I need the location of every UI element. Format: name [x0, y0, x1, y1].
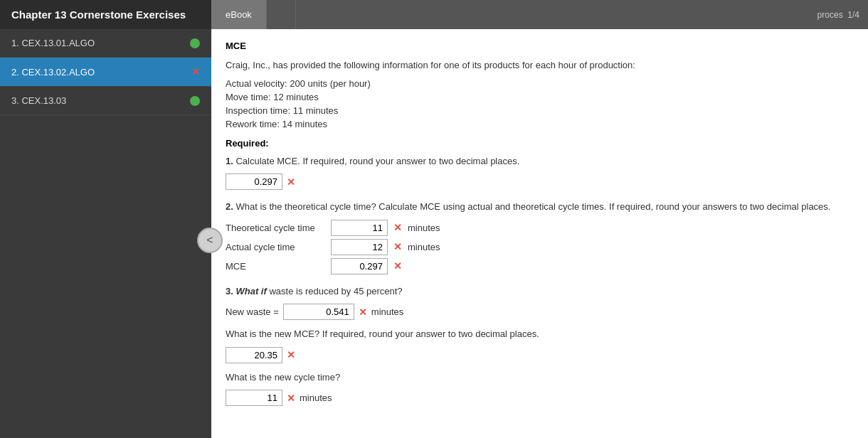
new-waste-row: New waste = ✕ minutes	[226, 304, 854, 320]
data-line-0: Actual velocity: 200 units (per hour)	[226, 78, 854, 89]
new-waste-input[interactable]	[283, 304, 354, 320]
status-x-2: ✕	[191, 66, 200, 78]
new-mce-x[interactable]: ✕	[287, 349, 295, 360]
actual-label: Actual cycle time	[226, 242, 325, 252]
theoretical-x[interactable]: ✕	[393, 222, 402, 233]
actual-input[interactable]	[331, 239, 388, 255]
mce-x[interactable]: ✕	[393, 260, 402, 272]
data-line-2: Inspection time: 11 minutes	[226, 105, 854, 116]
sidebar-item-cex1301[interactable]: 1. CEX.13.01.ALGO	[0, 29, 211, 58]
data-line-1: Move time: 12 minutes	[226, 92, 854, 102]
theoretical-label: Theoretical cycle time	[226, 223, 325, 233]
required-label: Required:	[226, 138, 854, 149]
question-1-block: 1. Calculate MCE. If required, round you…	[226, 154, 854, 191]
question-3-text: 3. What if waste is reduced by 45 percen…	[226, 284, 854, 299]
theoretical-input[interactable]	[331, 220, 388, 236]
theoretical-unit: minutes	[408, 223, 440, 233]
intro-text: Craig, Inc., has provided the following …	[226, 58, 854, 73]
q1-text-content: Calculate MCE. If required, round your a…	[235, 156, 519, 166]
sidebar-item-label-3: 3. CEX.13.03	[11, 95, 190, 106]
q1-answer-row: ✕	[226, 173, 854, 190]
mce-input[interactable]	[331, 258, 388, 274]
tab-2[interactable]	[267, 0, 296, 29]
q1-x-mark[interactable]: ✕	[287, 176, 295, 188]
new-waste-x[interactable]: ✕	[359, 306, 367, 318]
table-row-actual: Actual cycle time ✕ minutes	[226, 239, 854, 255]
mce-label: MCE	[226, 261, 325, 272]
status-dot-green-1	[190, 38, 200, 48]
new-waste-label: New waste =	[226, 306, 279, 317]
tab-ebook[interactable]: eBook	[211, 0, 267, 29]
collapse-button[interactable]: <	[197, 228, 223, 253]
sidebar-item-label-1: 1. CEX.13.01.ALGO	[11, 38, 190, 48]
content-area: MCE Craig, Inc., has provided the follow…	[211, 29, 868, 438]
sidebar-item-label-2: 2. CEX.13.02.ALGO	[11, 67, 191, 78]
q1-answer-input[interactable]	[226, 173, 282, 190]
q3-italic: What if	[235, 286, 266, 297]
new-cycle-unit: minutes	[300, 392, 332, 403]
app-title: Chapter 13 Cornerstone Exercises	[0, 0, 211, 29]
new-cycle-x[interactable]: ✕	[287, 392, 295, 404]
actual-unit: minutes	[408, 242, 440, 252]
header-right: proces 1/4	[809, 0, 868, 29]
process-label: proces	[817, 10, 843, 20]
sidebar-item-cex1303[interactable]: 3. CEX.13.03	[0, 87, 211, 115]
question-3-block: 3. What if waste is reduced by 45 percen…	[226, 284, 854, 407]
actual-x[interactable]: ✕	[393, 241, 402, 252]
sidebar-item-cex1302[interactable]: 2. CEX.13.02.ALGO ✕	[0, 58, 211, 87]
new-mce-row: ✕	[226, 347, 854, 363]
table-row-mce: MCE ✕	[226, 258, 854, 274]
q3-text-after: waste is reduced by 45 percent?	[269, 286, 402, 297]
new-waste-unit: minutes	[371, 306, 404, 317]
question-1-text: 1. Calculate MCE. If required, round you…	[226, 154, 854, 169]
section-title: MCE	[226, 41, 854, 51]
status-dot-green-3	[190, 96, 200, 106]
question-2-block: 2. What is the theoretical cycle time? C…	[226, 200, 854, 274]
q3-num: 3.	[226, 286, 233, 297]
q2-table: Theoretical cycle time ✕ minutes Actual …	[226, 220, 854, 274]
pagination: 1/4	[847, 10, 859, 20]
new-cycle-row: ✕ minutes	[226, 390, 854, 406]
question-2-text: 2. What is the theoretical cycle time? C…	[226, 200, 854, 214]
q2-text-content: What is the theoretical cycle time? Calc…	[235, 201, 830, 212]
new-cycle-question: What is the new cycle time?	[226, 370, 854, 385]
sidebar: 1. CEX.13.01.ALGO 2. CEX.13.02.ALGO ✕ 3.…	[0, 29, 211, 438]
new-mce-input[interactable]	[226, 347, 282, 363]
q1-num: 1.	[226, 156, 233, 166]
new-cycle-input[interactable]	[226, 390, 282, 406]
q2-num: 2.	[226, 201, 233, 212]
data-line-3: Rework time: 14 minutes	[226, 119, 854, 129]
table-row-theoretical: Theoretical cycle time ✕ minutes	[226, 220, 854, 236]
new-mce-question: What is the new MCE? If required, round …	[226, 327, 854, 341]
